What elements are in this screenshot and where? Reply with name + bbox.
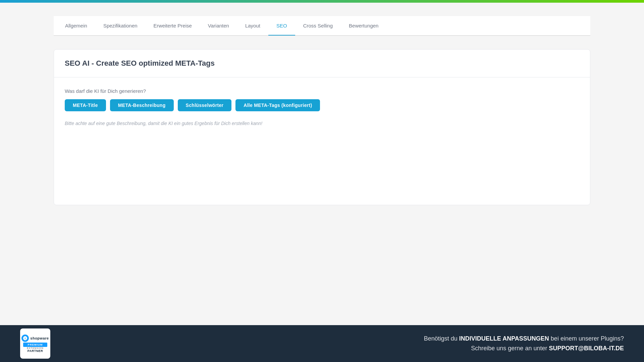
seo-card: SEO AI - Create SEO optimized META-Tags … (54, 49, 590, 205)
tabs-nav: Allgemein Spezifikationen Erweiterte Pre… (54, 16, 590, 36)
shopware-logo-top: shopware (21, 335, 49, 342)
tab-spezifikationen[interactable]: Spezifikationen (95, 16, 146, 35)
meta-title-button[interactable]: META-Title (65, 99, 106, 111)
tabs-container: Allgemein Spezifikationen Erweiterte Pre… (54, 16, 590, 36)
footer-line2: Schreibe uns gerne an unter SUPPORT@BILO… (424, 345, 624, 352)
shopware-badge: shopware PREMIUM EXTENSION PARTNER (20, 328, 50, 359)
meta-beschreibung-button[interactable]: META-Beschreibung (110, 99, 174, 111)
buttons-row: META-Title META-Beschreibung Schlüsselwö… (65, 99, 579, 111)
tab-allgemein[interactable]: Allgemein (57, 16, 95, 35)
tab-seo[interactable]: SEO (268, 16, 295, 35)
alle-meta-tags-button[interactable]: Alle META-Tags (konfiguriert) (235, 99, 320, 111)
tab-erweiterte-preise[interactable]: Erweiterte Preise (146, 16, 200, 35)
tab-cross-selling[interactable]: Cross Selling (295, 16, 341, 35)
content-area: SEO AI - Create SEO optimized META-Tags … (54, 36, 590, 219)
question-label: Was darf die KI für Dich generieren? (65, 88, 579, 94)
shopware-icon (21, 335, 29, 342)
tab-varianten[interactable]: Varianten (200, 16, 237, 35)
shopware-text: shopware (30, 336, 49, 340)
badge-premium: PREMIUM (23, 343, 47, 347)
badge-extension: EXTENSION (27, 347, 43, 349)
seo-card-header: SEO AI - Create SEO optimized META-Tags (54, 50, 590, 77)
badge-labels: PREMIUM EXTENSION PARTNER (23, 343, 47, 353)
main-content: Allgemein Spezifikationen Erweiterte Pre… (0, 3, 644, 325)
schluesselwoerter-button[interactable]: Schlüsselwörter (178, 99, 232, 111)
top-bar (0, 0, 644, 3)
footer: shopware PREMIUM EXTENSION PARTNER Benöt… (0, 325, 644, 362)
badge-partner: PARTNER (28, 349, 43, 353)
footer-email: SUPPORT@BILOBA-IT.DE (549, 345, 624, 352)
seo-card-body: Was darf die KI für Dich generieren? MET… (54, 77, 590, 205)
tab-bewertungen[interactable]: Bewertungen (341, 16, 386, 35)
tab-layout[interactable]: Layout (237, 16, 268, 35)
seo-card-title: SEO AI - Create SEO optimized META-Tags (65, 59, 579, 68)
footer-text: Benötigst du INDIVIDUELLE ANPASSUNGEN be… (424, 335, 624, 352)
hint-text: Bitte achte auf eine gute Beschreibung, … (65, 121, 579, 126)
footer-bold-text: INDIVIDUELLE ANPASSUNGEN (459, 335, 549, 342)
footer-line1: Benötigst du INDIVIDUELLE ANPASSUNGEN be… (424, 335, 624, 342)
